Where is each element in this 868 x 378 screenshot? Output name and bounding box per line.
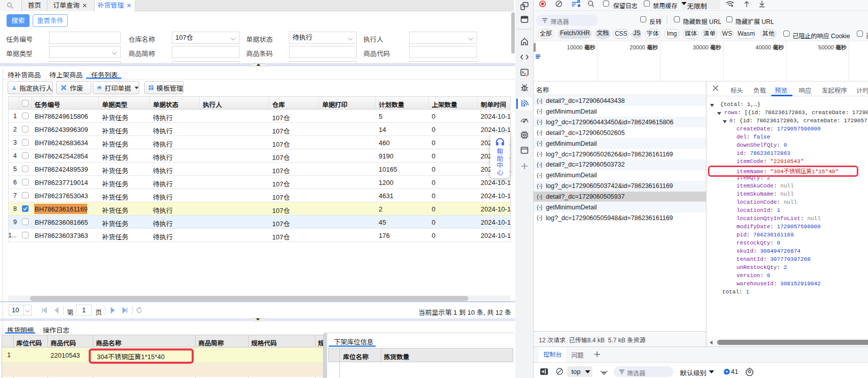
svg-text:{: { bbox=[537, 119, 539, 125]
svg-text:}: } bbox=[541, 151, 543, 157]
svg-text:}: } bbox=[541, 161, 543, 168]
svg-text:{: { bbox=[537, 98, 539, 104]
svg-text:}: } bbox=[541, 172, 543, 178]
svg-text:}: } bbox=[541, 108, 543, 114]
svg-text:{: { bbox=[537, 204, 539, 210]
svg-text:}: } bbox=[541, 119, 543, 125]
svg-text:{: { bbox=[537, 151, 539, 157]
svg-text:{: { bbox=[537, 194, 539, 200]
svg-text:{: { bbox=[537, 108, 539, 114]
svg-text:}: } bbox=[541, 129, 543, 136]
svg-text:}: } bbox=[541, 214, 543, 221]
svg-text:}: } bbox=[541, 183, 543, 189]
svg-text:{: { bbox=[537, 161, 539, 168]
svg-text:}: } bbox=[541, 140, 543, 146]
svg-text:{: { bbox=[537, 172, 539, 178]
svg-text:{: { bbox=[537, 183, 539, 189]
svg-text:{: { bbox=[537, 214, 539, 221]
svg-text:{: { bbox=[537, 129, 539, 136]
svg-text:{: { bbox=[537, 140, 539, 146]
svg-text:}: } bbox=[541, 98, 543, 104]
svg-text:}: } bbox=[541, 194, 543, 200]
svg-text:}: } bbox=[541, 204, 543, 210]
